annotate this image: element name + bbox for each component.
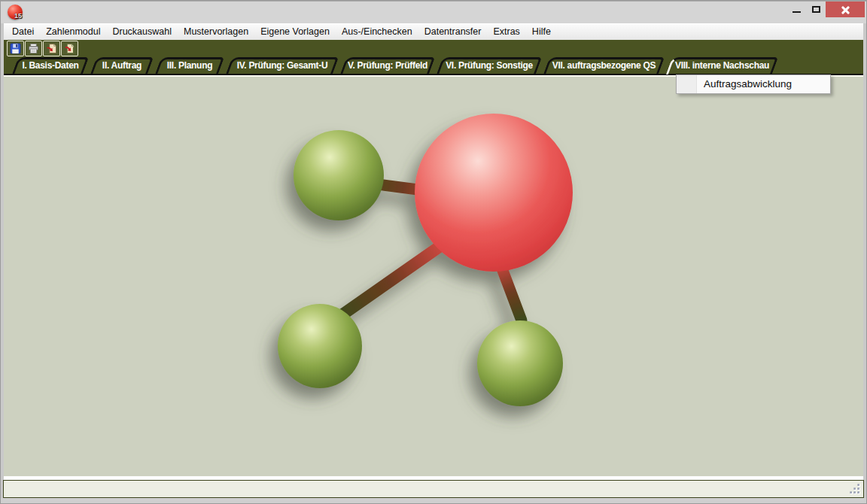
tab-label: V. Prüfung: Prüffeld bbox=[339, 57, 436, 74]
menu-zahlenmodul[interactable]: Zahlenmodul bbox=[40, 24, 106, 40]
tab-auftrag[interactable]: II. Auftrag bbox=[90, 57, 154, 74]
tool-bar bbox=[4, 40, 863, 57]
app-logo-icon: 15 bbox=[8, 5, 23, 20]
tab-auftragsbezogene-qs[interactable]: VII. auftragsbezogene QS bbox=[543, 57, 665, 74]
title-bar: 15 bbox=[1, 1, 866, 23]
close-button[interactable] bbox=[826, 2, 865, 17]
tab-label: VII. auftragsbezogene QS bbox=[543, 57, 665, 74]
check-out-button[interactable] bbox=[43, 41, 60, 56]
app-window: 15 Datei Zahlenmodul Druckauswahl Muster… bbox=[0, 0, 867, 504]
tab-label: II. Auftrag bbox=[90, 57, 154, 74]
tab-dropdown-menu: Auftragsabwicklung bbox=[676, 74, 831, 94]
tab-pruefung-prueffeld[interactable]: V. Prüfung: Prüffeld bbox=[339, 57, 436, 74]
tab-bar-filler bbox=[779, 57, 863, 74]
tab-basis-daten[interactable]: I. Basis-Daten bbox=[11, 57, 90, 74]
content-area bbox=[4, 75, 863, 476]
menu-datei[interactable]: Datei bbox=[6, 24, 40, 40]
save-button[interactable] bbox=[7, 41, 24, 56]
resize-grip[interactable] bbox=[849, 483, 862, 496]
document-red-arrow-icon bbox=[64, 43, 75, 54]
menu-druckauswahl[interactable]: Druckauswahl bbox=[106, 24, 178, 40]
document-red-arrow-icon bbox=[46, 43, 57, 54]
check-in-button[interactable] bbox=[61, 41, 78, 56]
print-button[interactable] bbox=[25, 41, 42, 56]
tab-label: VIII. interne Nachschau bbox=[665, 57, 779, 74]
tab-interne-nachschau[interactable]: VIII. interne Nachschau bbox=[665, 57, 779, 74]
maximize-button[interactable] bbox=[806, 2, 826, 17]
menu-datentransfer[interactable]: Datentransfer bbox=[418, 24, 488, 40]
minimize-icon bbox=[792, 11, 801, 13]
menu-eigene-vorlagen[interactable]: Eigene Vorlagen bbox=[254, 24, 336, 40]
tab-label: VI. Prüfung: Sonstige bbox=[436, 57, 543, 74]
tab-label: I. Basis-Daten bbox=[11, 57, 90, 74]
window-bottom-frame bbox=[1, 498, 866, 504]
menu-extras[interactable]: Extras bbox=[487, 24, 525, 40]
status-bar bbox=[3, 480, 864, 498]
maximize-icon bbox=[812, 6, 820, 13]
tab-pruefung-gesamt-u[interactable]: IV. Prüfung: Gesamt-U bbox=[225, 57, 339, 74]
tab-label: IV. Prüfung: Gesamt-U bbox=[225, 57, 339, 74]
floppy-disk-icon bbox=[10, 43, 21, 54]
minimize-button[interactable] bbox=[786, 2, 806, 17]
close-icon bbox=[841, 5, 850, 14]
tab-pruefung-sonstige[interactable]: VI. Prüfung: Sonstige bbox=[436, 57, 543, 74]
status-text bbox=[4, 484, 8, 494]
molecule-logo bbox=[252, 93, 613, 439]
tab-planung[interactable]: III. Planung bbox=[154, 57, 225, 74]
menu-aus-einchecken[interactable]: Aus-/Einchecken bbox=[336, 24, 418, 40]
tab-bar: I. Basis-Daten II. Auftrag III. Planung … bbox=[4, 57, 863, 75]
menu-bar: Datei Zahlenmodul Druckauswahl Mustervor… bbox=[4, 23, 863, 40]
window-controls bbox=[786, 2, 865, 17]
app-logo-badge: 15 bbox=[14, 12, 22, 20]
menu-hilfe[interactable]: Hilfe bbox=[526, 24, 557, 40]
printer-icon bbox=[28, 43, 39, 54]
menu-mustervorlagen[interactable]: Mustervorlagen bbox=[178, 24, 254, 40]
menu-item-auftragsabwicklung[interactable]: Auftragsabwicklung bbox=[677, 75, 830, 93]
tab-label: III. Planung bbox=[154, 57, 225, 74]
